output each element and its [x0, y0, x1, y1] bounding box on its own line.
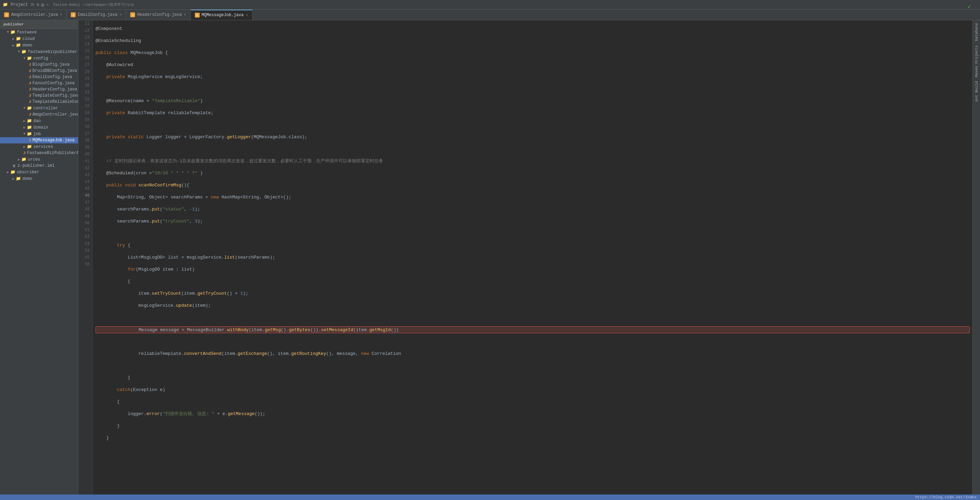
code-line-45	[95, 314, 970, 321]
status-url: https://blog.csdn.net/Index	[915, 495, 977, 499]
code-line-21: @Component	[95, 26, 970, 32]
tab-amqp[interactable]: J AmqpController.java ×	[0, 10, 67, 20]
code-area[interactable]: 21 22 23 24 25 26 27 28 29 30 31 32 33 3…	[78, 20, 972, 495]
tab-label-mqmsg: MQMessageJob.java	[202, 13, 243, 18]
editor-area: 21 22 23 24 25 26 27 28 29 30 31 32 33 3…	[78, 20, 972, 495]
sidebar-item-fastwavebizpublisher[interactable]: ▼ 📁 fastwavebizpublisher	[0, 48, 78, 55]
code-line-35: Map<String, Object> searchParams = new H…	[95, 194, 970, 201]
code-line-50: }	[95, 374, 970, 381]
code-line-23: public class MQMessageJob {	[95, 50, 970, 56]
code-line-29	[95, 122, 970, 129]
code-line-33: @Scheduled(cron ="10/10 * * * * ?" )	[95, 170, 970, 177]
settings-icon[interactable]: ⚙	[37, 2, 39, 8]
close-tab-email[interactable]: ×	[119, 13, 122, 17]
code-line-55: }	[95, 435, 970, 441]
sidebar-item-amqpcontroller[interactable]: J AmqpController.java	[0, 112, 78, 118]
code-content[interactable]: @Component @EnableScheduling public clas…	[93, 20, 972, 495]
code-line-32: // 定时扫描记录表，将发送状态为-1且未超重发次数的消息再次发送，超过重发次数…	[95, 158, 970, 165]
sidebar-item-fanoutconfig[interactable]: J FanoutConfig.java	[0, 80, 78, 86]
file-icon-email: J	[71, 13, 76, 17]
file-icon-mqmsg: J	[195, 13, 200, 18]
sidebar-item-druiddbconfig[interactable]: J DruidDBConfig.java	[0, 68, 78, 74]
line-numbers: 21 22 23 24 25 26 27 28 29 30 31 32 33 3…	[78, 20, 93, 495]
tab-label-amqp: AmqpController.java	[11, 13, 58, 17]
status-bar: https://blog.csdn.net/Index	[0, 495, 980, 500]
tab-bar: J AmqpController.java × J EmailConfig.ja…	[0, 10, 980, 20]
sidebar-item-blogconfig[interactable]: J BlogConfig.java	[0, 62, 78, 68]
code-line-56	[95, 447, 970, 454]
code-line-44: msgLogService.update(item);	[95, 302, 970, 309]
code-line-26	[95, 86, 970, 93]
code-line-43: item.setTryCount(item.getTryCount() + 1)…	[95, 290, 970, 297]
checkmark-icon: ✓	[967, 3, 971, 10]
code-line-39: try {	[95, 242, 970, 249]
sidebar-item-fastwave[interactable]: ▼ 📁 fastwave	[0, 29, 78, 35]
project-label[interactable]: Project	[11, 2, 28, 7]
sidebar: publisher ▼ 📁 fastwave ▶ 📁 cloud ▶ 📁 dem…	[0, 20, 78, 495]
sidebar-item-cloud[interactable]: ▶ 📁 cloud	[0, 35, 78, 42]
panel-maven[interactable]: Maven Projects	[974, 44, 979, 78]
sidebar-item-emailconfig[interactable]: J EmailConfig.java	[0, 74, 78, 80]
code-line-54: }	[95, 423, 970, 430]
tab-email[interactable]: J EmailConfig.java ×	[67, 10, 126, 20]
sidebar-item-demo2[interactable]: ▶ 📁 demo	[0, 176, 78, 182]
code-line-38	[95, 230, 970, 237]
code-line-41: for(MsgLogDO item : list)	[95, 266, 970, 273]
code-line-53: logger.error("扫描作业出错, 信息: " + e.getMessa…	[95, 411, 970, 417]
close-tab-amqp[interactable]: ×	[60, 13, 62, 17]
close-tab-mqmsg[interactable]: ×	[246, 13, 248, 17]
file-icon-amqp: J	[4, 13, 9, 17]
code-line-27: @Resource(name = "TemplateReliable")	[95, 97, 970, 105]
sidebar-item-templateconfig[interactable]: J TemplateConfig.java	[0, 93, 78, 99]
code-line-36: searchParams.put("status", -1);	[95, 206, 970, 213]
sidebar-item-iml[interactable]: 🗎 z-publisher.iml	[0, 163, 78, 169]
sidebar-item-services[interactable]: ▶ 📁 services	[0, 144, 78, 150]
sidebar-item-headersconfig[interactable]: J HeadersConfig.java	[0, 86, 78, 93]
code-line-28: private RabbitTemplate reliableTemplate;	[95, 110, 970, 117]
tab-headers[interactable]: J HeadersConfig.java ×	[126, 10, 190, 20]
breadcrumb-path: fastud-demoj ~/workpaper/技术学习/srp	[53, 2, 134, 7]
file-icon-headers: J	[130, 13, 135, 17]
sidebar-item-demo[interactable]: ▶ 📁 demo	[0, 42, 78, 48]
sidebar-item-job[interactable]: ▼ 📁 job	[0, 131, 78, 137]
code-line-37: searchParams.put("tryCount", 3);	[95, 218, 970, 225]
sidebar-item-config[interactable]: ▼ 📁 config	[0, 55, 78, 62]
sidebar-item-mqmessagejob[interactable]: J MQMessageJob.java	[0, 137, 78, 144]
panel-ant[interactable]: Ant Build	[974, 80, 979, 103]
code-line-47	[95, 339, 970, 345]
code-line-40: List<MsgLogDO> list = msgLogService.list…	[95, 254, 970, 261]
sidebar-header: publisher	[0, 20, 78, 29]
more-icon[interactable]: ⋯	[46, 2, 49, 8]
panel-database[interactable]: Database	[974, 22, 979, 43]
code-line-31	[95, 146, 970, 153]
sidebar-item-resources[interactable]: ▶ 📁 urces	[0, 156, 78, 163]
sidebar-item-controller[interactable]: ▼ 📁 controller	[0, 105, 78, 112]
code-line-34: public void scanNoConfirmMsg(){	[95, 182, 970, 189]
main-area: publisher ▼ 📁 fastwave ▶ 📁 cloud ▶ 📁 dem…	[0, 20, 980, 495]
sync-icon[interactable]: ⟳	[30, 2, 34, 8]
sidebar-item-fastwavebizpublisherapp[interactable]: J FastwaveBizPublisherAp	[0, 150, 78, 156]
code-line-30: private static Logger logger = LoggerFac…	[95, 134, 970, 141]
code-line-24: @Autowired	[95, 62, 970, 69]
code-line-22: @EnableScheduling	[95, 37, 970, 44]
tab-mqmsg[interactable]: J MQMessageJob.java ×	[191, 10, 253, 20]
top-icons: ⟳ ⚙ ▤ ⋯	[30, 2, 48, 8]
sidebar-item-templatereliableconfig[interactable]: J TemplateReliableConfig.java	[0, 99, 78, 105]
layout-icon[interactable]: ▤	[41, 2, 44, 8]
tab-label-email: EmailConfig.java	[78, 13, 117, 17]
code-line-42: {	[95, 278, 970, 285]
code-line-52: {	[95, 399, 970, 406]
right-panel: Database Maven Projects Ant Build	[972, 20, 980, 495]
tab-label-headers: HeadersConfig.java	[137, 13, 182, 17]
code-line-46: Message message = MessageBuilder.withBod…	[95, 326, 970, 333]
code-line-25: private MsgLogService msgLogService;	[95, 73, 970, 80]
code-line-51: catch(Exception e)	[95, 387, 970, 393]
code-line-49	[95, 363, 970, 369]
top-bar: 📁 Project ⟳ ⚙ ▤ ⋯ fastud-demoj ~/workpap…	[0, 0, 980, 10]
project-icon: 📁	[3, 2, 8, 7]
sidebar-item-dao[interactable]: ▶ 📁 dao	[0, 118, 78, 124]
code-line-48: reliableTemplate.convertAndSend(item.get…	[95, 350, 970, 357]
close-tab-headers[interactable]: ×	[184, 13, 186, 17]
sidebar-item-subscriber[interactable]: ▶ 📁 ubscriber	[0, 169, 78, 176]
sidebar-item-domain[interactable]: ▶ 📁 domain	[0, 124, 78, 131]
